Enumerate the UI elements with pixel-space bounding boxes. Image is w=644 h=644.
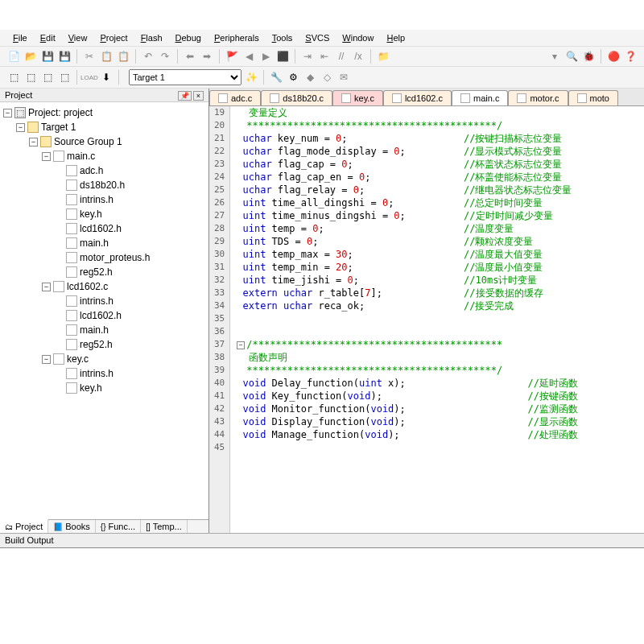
target-select[interactable]: Target 1 <box>129 69 242 85</box>
manage-icon[interactable]: 🔧 <box>269 70 283 85</box>
outdent-icon[interactable]: ⇤ <box>317 49 332 64</box>
menu-file[interactable]: File <box>8 31 32 44</box>
load-icon[interactable]: LOAD <box>82 70 97 85</box>
menu-edit[interactable]: Edit <box>35 31 60 44</box>
options-icon[interactable]: ⚙ <box>286 70 300 85</box>
toolbar-main: 📄 📂 💾 💾 ✂ 📋 📋 ↶ ↷ ⬅ ➡ 🚩 ◀ ▶ ⬛ ⇥ ⇤ // /x … <box>0 47 644 67</box>
download-icon[interactable]: ⬇ <box>99 70 114 85</box>
editor-area: adc.cds18b20.ckey.clcd1602.cmain.cmotor.… <box>209 89 644 533</box>
menu-tools[interactable]: Tools <box>267 31 298 44</box>
file-tab-moto[interactable]: moto <box>568 90 618 105</box>
menu-view[interactable]: View <box>64 31 93 44</box>
help-red-icon[interactable]: 🔴 <box>606 49 621 64</box>
build-out-icon[interactable]: ◇ <box>320 70 334 85</box>
project-tree[interactable]: −⬚Project: project−Target 1−Source Group… <box>0 102 208 519</box>
nav-fwd-icon[interactable]: ➡ <box>200 49 214 64</box>
build-target-icon[interactable]: ⬚ <box>6 70 21 85</box>
menu-window[interactable]: Window <box>337 31 378 44</box>
save-all-icon[interactable]: 💾 <box>57 49 72 64</box>
pin-icon[interactable]: 📌 <box>178 91 192 101</box>
project-panel: Project 📌× −⬚Project: project−Target 1−S… <box>0 89 209 533</box>
code-area[interactable]: 变量定义−***********************************… <box>230 106 644 533</box>
build-icon[interactable]: ⬚ <box>40 70 55 85</box>
menu-debug[interactable]: Debug <box>171 31 206 44</box>
wand-icon[interactable]: ✨ <box>244 70 258 85</box>
nav-back-icon[interactable]: ⬅ <box>183 49 197 64</box>
menubar: FileEditViewProjectFlashDebugPeripherals… <box>0 30 644 47</box>
file-tab-adc-c[interactable]: adc.c <box>209 90 261 105</box>
rebuild-icon[interactable]: ⬚ <box>23 70 38 85</box>
menu-project[interactable]: Project <box>95 31 132 44</box>
file-tab-motor-c[interactable]: motor.c <box>508 90 568 105</box>
file-tab-ds18b20-c[interactable]: ds18b20.c <box>261 90 332 105</box>
file-tab-main-c[interactable]: main.c <box>452 90 508 105</box>
build-output <box>0 547 644 644</box>
folder2-icon[interactable]: 📁 <box>376 49 390 64</box>
close-icon[interactable]: × <box>193 91 204 101</box>
menu-peripherals[interactable]: Peripherals <box>209 31 264 44</box>
mail-icon[interactable]: ✉ <box>336 70 351 85</box>
bookmark-icon[interactable]: 🚩 <box>225 49 239 64</box>
file-tabs: adc.cds18b20.ckey.clcd1602.cmain.cmotor.… <box>209 89 644 106</box>
project-tab-project[interactable]: 🗂Project <box>0 519 48 533</box>
bookmark-prev-icon[interactable]: ◀ <box>242 49 256 64</box>
indent-icon[interactable]: ⇥ <box>300 49 315 64</box>
line-gutter: 1920212223242526272829303132333435363738… <box>209 106 230 533</box>
find-icon[interactable]: 🔍 <box>564 49 579 64</box>
menu-svcs[interactable]: SVCS <box>300 31 334 44</box>
project-tab-books[interactable]: 📘Books <box>48 520 96 533</box>
build-output-title: Build Output <box>0 533 644 547</box>
toolbar-build: ⬚ ⬚ ⬚ ⬚ LOAD ⬇ Target 1 ✨ 🔧 ⚙ ◆ ◇ ✉ <box>0 67 644 89</box>
editor-body[interactable]: 1920212223242526272829303132333435363738… <box>209 106 644 533</box>
config-icon[interactable]: ▾ <box>547 49 562 64</box>
file-tab-lcd1602-c[interactable]: lcd1602.c <box>383 90 452 105</box>
uncomment-icon[interactable]: /x <box>351 49 365 64</box>
cut-icon[interactable]: ✂ <box>82 49 97 64</box>
project-bottom-tabs: 🗂Project📘Books{}Func...[]Temp... <box>0 519 208 533</box>
project-tab-func[interactable]: {}Func... <box>96 520 141 533</box>
copy-icon[interactable]: 📋 <box>99 49 114 64</box>
help-icon[interactable]: ❓ <box>623 49 638 64</box>
bookmark-next-icon[interactable]: ▶ <box>258 49 273 64</box>
redo-icon[interactable]: ↷ <box>158 49 172 64</box>
bookmark-clear-icon[interactable]: ⬛ <box>275 49 290 64</box>
paste-icon[interactable]: 📋 <box>116 49 130 64</box>
menu-help[interactable]: Help <box>382 31 410 44</box>
comment-icon[interactable]: // <box>334 49 349 64</box>
target-selector[interactable]: Target 1 <box>129 69 242 85</box>
menu-flash[interactable]: Flash <box>136 31 167 44</box>
project-panel-title: Project 📌× <box>0 89 208 102</box>
save-icon[interactable]: 💾 <box>40 49 55 64</box>
diamond-icon[interactable]: ◆ <box>303 70 317 85</box>
batch-build-icon[interactable]: ⬚ <box>57 70 72 85</box>
file-tab-key-c[interactable]: key.c <box>332 90 383 105</box>
undo-icon[interactable]: ↶ <box>141 49 155 64</box>
project-tab-temp[interactable]: []Temp... <box>141 520 188 533</box>
new-file-icon[interactable]: 📄 <box>6 49 21 64</box>
debug-icon[interactable]: 🐞 <box>581 49 596 64</box>
open-folder-icon[interactable]: 📂 <box>23 49 38 64</box>
